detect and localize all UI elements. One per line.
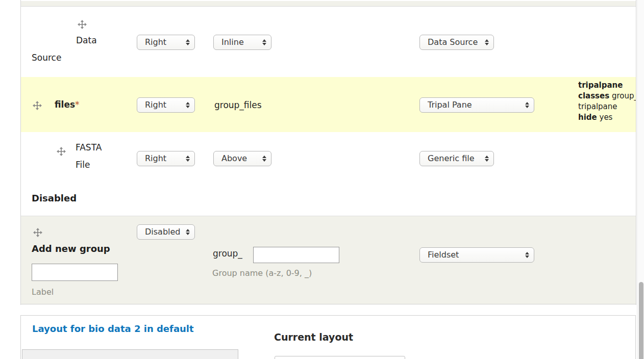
add-group-label-description: Label: [32, 286, 54, 299]
files-widget-select[interactable]: Tripal Pane: [419, 97, 534, 113]
add-group-machine-name-input[interactable]: [253, 247, 339, 263]
select-arrows-icon: [262, 39, 266, 45]
select-arrows-icon: [186, 156, 190, 162]
machine-name-description: Group name (a-z, 0-9, _): [212, 266, 312, 280]
move-icon: [33, 101, 42, 110]
field-group-manage-display-page: Data Source Right Inline Data Source fil…: [0, 0, 644, 359]
add-group-region-select[interactable]: Disabled: [137, 224, 195, 240]
data-source-label-display-select[interactable]: Inline: [213, 35, 271, 50]
select-arrows-icon: [186, 39, 190, 45]
vertical-scrollbar-track[interactable]: [637, 0, 644, 359]
table-row-files-highlight: [21, 77, 636, 132]
table-row-partial: [21, 1, 636, 7]
layout-menu-panel: [22, 349, 238, 359]
select-arrows-icon: [262, 156, 266, 162]
data-source-widget-select[interactable]: Data Source: [419, 35, 494, 50]
files-format-summary: tripalpane classes group_files tripalpan…: [578, 80, 636, 129]
fasta-label-display-select[interactable]: Above: [213, 151, 271, 166]
layout-section-box: Layout for bio data 2 in default Current…: [20, 315, 636, 359]
select-arrows-icon: [525, 102, 529, 108]
files-region-select[interactable]: Right: [137, 97, 195, 113]
select-arrows-icon: [186, 102, 190, 108]
add-new-group-title: Add new group: [32, 242, 110, 256]
move-icon: [33, 228, 42, 237]
field-label-files: files*: [55, 98, 80, 111]
move-icon: [57, 147, 66, 156]
required-marker: *: [75, 99, 80, 110]
select-arrows-icon: [525, 252, 529, 258]
field-label-data-source: Data Source: [32, 32, 113, 66]
table-right-border: [636, 0, 636, 305]
fasta-widget-select[interactable]: Generic file: [419, 151, 494, 166]
select-arrows-icon: [186, 229, 190, 235]
drag-handle[interactable]: [57, 147, 66, 156]
move-icon: [78, 20, 87, 29]
field-label-fasta-file: FASTA File: [76, 139, 115, 173]
disabled-section-heading: Disabled: [32, 191, 77, 206]
current-layout-heading: Current layout: [274, 329, 353, 345]
layout-section-title-link[interactable]: Layout for bio data 2 in default: [32, 322, 194, 336]
add-group-widget-select[interactable]: Fieldset: [419, 247, 534, 263]
vertical-scrollbar-thumb[interactable]: [639, 282, 643, 359]
add-group-label-input[interactable]: [32, 264, 118, 281]
machine-name-prefix: group_: [213, 246, 242, 261]
files-machine-name: group_files: [214, 98, 262, 112]
drag-handle[interactable]: [33, 228, 42, 237]
drag-handle[interactable]: [33, 101, 42, 110]
select-arrows-icon: [485, 39, 489, 45]
current-layout-preview-box: [275, 356, 405, 359]
drag-handle[interactable]: [78, 20, 87, 29]
data-source-region-select[interactable]: Right: [137, 35, 195, 50]
fasta-region-select[interactable]: Right: [137, 151, 195, 166]
select-arrows-icon: [485, 156, 489, 162]
